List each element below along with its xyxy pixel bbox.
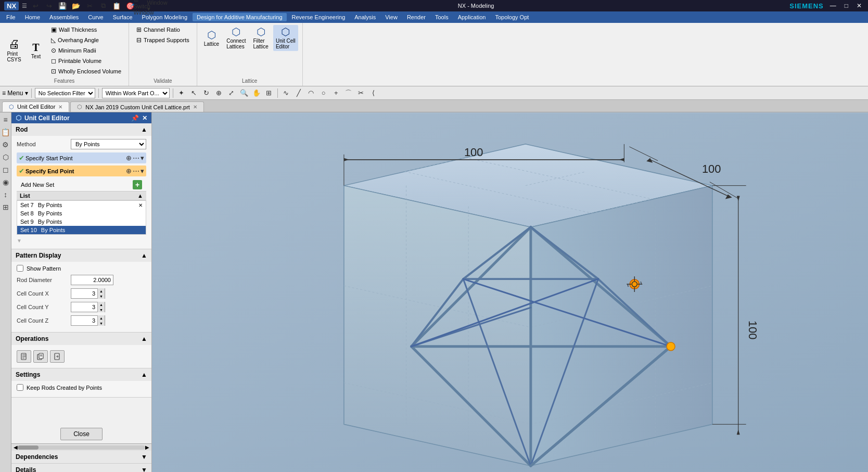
ops-icon-1[interactable] <box>17 350 31 363</box>
lattice-btn[interactable]: ⬡ Lattice <box>201 28 222 48</box>
overhang-angle-btn[interactable]: ◺ Overhang Angle <box>48 35 124 45</box>
left-icon-menu[interactable]: ≡ <box>2 114 8 125</box>
tab-unit-cell-editor-close[interactable]: ✕ <box>58 104 62 110</box>
trim-icon[interactable]: ✂ <box>356 88 366 98</box>
cell-count-x-down[interactable]: ▼ <box>97 294 105 299</box>
curve-icon[interactable]: ∿ <box>281 88 291 98</box>
list-item-set8[interactable]: Set 8 By Points <box>17 209 146 218</box>
menu-surface[interactable]: Surface <box>109 13 137 21</box>
fillet-icon[interactable]: ⌒ <box>343 88 354 98</box>
zoom-icon[interactable]: 🔍 <box>239 88 249 98</box>
window-menu[interactable]: Window ▾ <box>152 1 162 11</box>
wall-thickness-btn[interactable]: ▣ Wall Thickness <box>48 25 124 34</box>
settings-header[interactable]: Settings ▲ <box>11 368 151 381</box>
trapped-supports-btn[interactable]: ⊟ Trapped Supports <box>133 35 193 45</box>
h-scroll-thumb[interactable] <box>18 445 39 450</box>
min-radii-btn[interactable]: ⊙ Minimum Radii <box>48 46 124 55</box>
print-csys-btn[interactable]: 🖨 PrintCSYS <box>4 37 24 64</box>
snap-icon2[interactable]: ⊕ <box>214 88 224 98</box>
list-item-set7[interactable]: Set 7 By Points ✕ <box>17 201 146 209</box>
list-item-set7-close[interactable]: ✕ <box>138 202 143 208</box>
specify-start-row[interactable]: ✔ Specify Start Point ⊕ ⋯ ▾ <box>17 152 146 163</box>
cell-count-x-up[interactable]: ▲ <box>97 288 105 294</box>
panel-close-icon[interactable]: ✕ <box>142 114 147 122</box>
cell-count-x-spinner[interactable]: ▲ ▼ <box>97 288 105 299</box>
cut-icon[interactable]: ✂ <box>84 1 95 11</box>
menu-reverse-eng[interactable]: Reverse Engineering <box>288 13 350 21</box>
printable-vol-btn[interactable]: ◻ Printable Volume <box>48 56 124 66</box>
h-scrollbar[interactable]: ◀ ▶ <box>11 443 151 451</box>
left-icon-history[interactable]: 📋 <box>0 127 11 137</box>
filter-lattice-btn[interactable]: ⬡ FilterLattice <box>250 25 271 51</box>
cell-count-z-spinner[interactable]: ▲ ▼ <box>97 315 105 326</box>
rod-section-header[interactable]: Rod ▲ <box>11 123 151 136</box>
close-button[interactable]: Close <box>60 428 103 440</box>
menu-curve[interactable]: Curve <box>84 13 107 21</box>
menu-analysis[interactable]: Analysis <box>350 13 380 21</box>
cell-count-z-wrap[interactable]: ▲ ▼ <box>71 315 105 326</box>
keep-rods-check[interactable] <box>17 384 23 391</box>
ops-icon-2[interactable] <box>33 350 48 363</box>
point-icon[interactable]: + <box>331 88 341 98</box>
specify-start-point-icon[interactable]: ⊕ <box>126 154 132 162</box>
cell-count-y-up[interactable]: ▲ <box>97 302 105 307</box>
menu-render[interactable]: Render <box>403 13 430 21</box>
ops-icon-3[interactable] <box>50 350 65 363</box>
circle-icon[interactable]: ○ <box>318 88 329 98</box>
specify-end-point-icon[interactable]: ⊕ <box>126 167 132 175</box>
menu-toggle[interactable]: ≡ Menu ▾ <box>2 90 28 97</box>
left-icon-motion[interactable]: ↕ <box>3 189 8 200</box>
pan-icon[interactable]: ✋ <box>251 88 262 98</box>
line-icon[interactable]: ╱ <box>293 88 304 98</box>
method-select[interactable]: By Points <box>71 139 146 149</box>
connect-lattices-btn[interactable]: ⬡ ConnectLattices <box>224 25 248 51</box>
redo-icon[interactable]: ↪ <box>44 1 54 11</box>
paste-icon[interactable]: 📋 <box>111 1 122 11</box>
channel-ratio-btn[interactable]: ⊞ Channel Ratio <box>133 25 193 34</box>
left-icon-parts[interactable]: ⚙ <box>1 139 10 150</box>
specify-end-row[interactable]: ✔ Specify End Point ⊕ ⋯ ▾ <box>17 165 146 176</box>
cell-count-z-down[interactable]: ▼ <box>97 321 105 326</box>
cell-count-y-down[interactable]: ▼ <box>97 307 105 312</box>
cell-count-x-input[interactable] <box>71 289 97 298</box>
rod-diameter-input[interactable] <box>71 275 113 285</box>
list-item-set10[interactable]: Set 10 By Points <box>17 226 146 234</box>
panel-pin-icon[interactable]: 📌 <box>131 114 139 122</box>
cell-count-x-wrap[interactable]: ▲ ▼ <box>71 288 105 299</box>
snap-point-icon[interactable]: ✦ <box>176 88 187 98</box>
operations-header[interactable]: Operations ▲ <box>11 333 151 345</box>
tab-lattice-file[interactable]: ⬡ NX Jan 2019 Custom Unit Cell Lattice.p… <box>70 101 204 112</box>
menu-design-additive[interactable]: Design for Additive Manufacturing <box>193 13 286 21</box>
rotate-icon[interactable]: ↻ <box>201 88 212 98</box>
selection-filter[interactable]: No Selection Filter <box>35 88 95 98</box>
tab-unit-cell-editor[interactable]: ⬡ Unit Cell Editor ✕ <box>2 101 69 112</box>
select-icon[interactable]: ↖ <box>189 88 199 98</box>
cell-count-z-input[interactable] <box>71 316 97 325</box>
menu-view[interactable]: View <box>381 13 402 21</box>
menu-tools[interactable]: Tools <box>431 13 453 21</box>
copy-icon[interactable]: ⧉ <box>98 1 108 11</box>
left-icon-assembly[interactable]: ◉ <box>2 177 10 187</box>
title-bar-menu-icon[interactable]: ☰ <box>22 3 27 9</box>
dependencies-header[interactable]: Dependencies ▼ <box>11 451 151 463</box>
close-btn-title[interactable]: ✕ <box>854 2 864 9</box>
specify-start-more-icon[interactable]: ⋯ <box>133 154 139 162</box>
tab-lattice-file-close[interactable]: ✕ <box>193 104 197 110</box>
list-container[interactable]: Set 7 By Points ✕ Set 8 By Points Set 9 … <box>17 200 146 235</box>
menu-polygon[interactable]: Polygon Modeling <box>138 13 192 21</box>
save-icon[interactable]: 💾 <box>57 1 68 11</box>
list-scroll-down[interactable]: ▼ <box>17 238 22 244</box>
left-icon-model[interactable]: ◻ <box>2 164 10 175</box>
work-part-filter[interactable]: Within Work Part O... <box>102 88 170 98</box>
viewport[interactable]: 100 100 100 <box>152 112 868 472</box>
undo-icon[interactable]: ↩ <box>30 1 41 11</box>
cell-count-y-spinner[interactable]: ▲ ▼ <box>97 302 105 312</box>
menu-topology[interactable]: Topology Opt <box>491 13 533 21</box>
left-icon-grid[interactable]: ⊞ <box>2 202 10 212</box>
fit-icon[interactable]: ⊞ <box>264 88 274 98</box>
unit-cell-editor-btn[interactable]: ⬡ Unit CellEditor <box>273 25 298 51</box>
cell-count-z-up[interactable]: ▲ <box>97 315 105 321</box>
rod-diameter-input-wrap[interactable] <box>71 275 113 285</box>
nx-logo[interactable]: NX <box>4 2 19 10</box>
menu-file[interactable]: File <box>2 13 20 21</box>
